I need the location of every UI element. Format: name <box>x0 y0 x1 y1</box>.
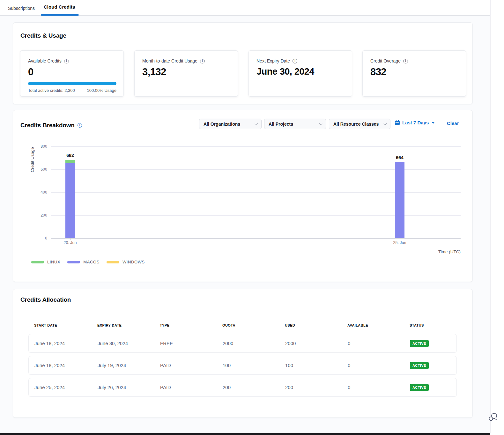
credits-breakdown-card: Credits Breakdown i All Organizations Al… <box>13 110 473 282</box>
bar-total-label: 682 <box>61 153 80 158</box>
y-axis-tick: 600 <box>34 167 47 172</box>
chart-plot: 020040060080068220. Jun66425. Jun <box>51 146 461 238</box>
info-icon[interactable]: i <box>64 59 69 63</box>
cell-used: 2000 <box>285 334 296 352</box>
legend-item-macos[interactable]: MACOS <box>67 260 100 264</box>
info-icon[interactable]: i <box>403 59 408 63</box>
cell-available: 0 <box>348 378 350 396</box>
resource-classes-filter-select[interactable]: All Resource Classes <box>329 119 390 129</box>
column-header-available: AVAILABLE <box>347 323 368 327</box>
credit-overage-value: 832 <box>370 66 458 78</box>
bar-total-label: 664 <box>390 155 409 160</box>
status-badge: ACTIVE <box>410 340 429 347</box>
cell-start: June 18, 2024 <box>34 356 65 374</box>
cell-status: ACTIVE <box>410 378 429 396</box>
info-icon[interactable]: i <box>78 123 82 128</box>
projects-filter-select[interactable]: All Projects <box>264 119 326 129</box>
column-header-start: START DATE <box>34 323 57 327</box>
cell-quota: 2000 <box>223 334 233 352</box>
legend-label: WINDOWS <box>122 260 145 264</box>
chevron-down-icon <box>384 122 387 125</box>
bar-segment-linux <box>395 162 404 162</box>
x-axis-tick-label: 20. Jun <box>57 240 84 245</box>
cell-status: ACTIVE <box>410 356 429 374</box>
cell-used: 100 <box>285 356 293 374</box>
credits-usage-card: Credits & Usage Available Credits i 0 To… <box>13 22 473 104</box>
column-header-used: USED <box>285 323 295 327</box>
clear-filters-button[interactable]: Clear <box>447 121 459 126</box>
gridline <box>51 146 461 147</box>
next-expiry-label: Next Expiry Date <box>256 58 290 63</box>
cell-quota: 200 <box>223 378 231 396</box>
tab-bar: Subscriptions Cloud Credits <box>0 0 490 16</box>
column-header-quota: QUOTA <box>222 323 235 327</box>
cell-expiry: June 30, 2024 <box>98 334 128 352</box>
organizations-filter-select[interactable]: All Organizations <box>199 119 262 129</box>
legend-swatch <box>107 261 119 263</box>
credits-allocation-card: Credits Allocation START DATEEXPIRY DATE… <box>13 289 473 418</box>
tab-cloud-credits[interactable]: Cloud Credits <box>44 4 75 10</box>
next-expiry-value: June 30, 2024 <box>256 66 344 77</box>
gridline <box>51 238 461 239</box>
usage-percent-text: 100.00% Usage <box>87 88 116 93</box>
calendar-icon <box>395 120 400 125</box>
cell-available: 0 <box>348 356 350 374</box>
legend-swatch <box>31 261 44 263</box>
bar-segment-macos <box>395 162 404 238</box>
available-credits-label: Available Credits <box>28 58 62 63</box>
table-row: June 18, 2024June 30, 2024FREE200020000A… <box>28 334 457 353</box>
status-badge: ACTIVE <box>410 362 429 369</box>
column-header-status: STATUS <box>410 323 424 327</box>
chart-x-axis-title: Time (UTC) <box>413 249 461 254</box>
cell-expiry: July 19, 2024 <box>98 356 126 374</box>
info-icon[interactable]: i <box>293 59 297 63</box>
y-axis-tick: 400 <box>34 190 47 195</box>
cell-expiry: July 26, 2024 <box>98 378 126 396</box>
chart-legend: LINUXMACOSWINDOWS <box>31 260 145 264</box>
cell-used: 200 <box>285 378 293 396</box>
y-axis-tick: 800 <box>34 144 47 149</box>
next-expiry-stat: Next Expiry Date i June 30, 2024 <box>248 50 352 97</box>
available-credits-stat: Available Credits i 0 Total active credi… <box>20 50 124 97</box>
table-row: June 25, 2024July 26, 2024PAID2002000ACT… <box>28 378 457 397</box>
credits-usage-title: Credits & Usage <box>20 32 66 39</box>
organizations-filter-value: All Organizations <box>204 122 240 127</box>
window-bottom-edge <box>0 433 490 435</box>
mtd-usage-stat: Month-to-date Credit Usage i 3,132 <box>134 50 238 97</box>
caret-down-icon <box>432 122 435 124</box>
status-badge: ACTIVE <box>410 384 429 391</box>
info-icon[interactable]: i <box>200 59 205 63</box>
cell-available: 0 <box>348 334 350 352</box>
cell-start: June 25, 2024 <box>34 378 65 396</box>
credits-allocation-title: Credits Allocation <box>20 296 71 303</box>
projects-filter-value: All Projects <box>269 122 293 127</box>
tab-subscriptions[interactable]: Subscriptions <box>8 6 35 11</box>
date-range-picker[interactable]: Last 7 Days <box>395 120 435 125</box>
chat-feedback-button[interactable] <box>488 412 498 422</box>
resource-classes-filter-value: All Resource Classes <box>333 122 379 127</box>
available-credits-value: 0 <box>28 66 116 78</box>
y-axis-tick: 200 <box>34 213 47 218</box>
mtd-usage-value: 3,132 <box>142 66 230 78</box>
column-header-expiry: EXPIRY DATE <box>97 323 122 327</box>
right-side-panel-strip <box>490 0 504 435</box>
cell-quota: 100 <box>223 356 231 374</box>
cell-start: June 18, 2024 <box>34 334 65 352</box>
legend-label: LINUX <box>47 260 60 264</box>
x-axis-tick <box>70 238 70 240</box>
bar-segment-linux <box>65 160 75 163</box>
x-axis-tick <box>400 238 400 240</box>
cell-type: PAID <box>160 378 171 396</box>
legend-item-linux[interactable]: LINUX <box>31 260 60 264</box>
cell-status: ACTIVE <box>410 334 429 352</box>
cell-type: FREE <box>160 334 173 352</box>
legend-item-windows[interactable]: WINDOWS <box>107 260 145 264</box>
stacked-bar-20-jun <box>65 160 75 238</box>
y-axis-tick: 0 <box>34 236 47 240</box>
legend-swatch <box>67 261 80 263</box>
active-tab-underline <box>41 14 79 16</box>
total-active-credits-text: Total active credits: 2,300 <box>28 88 75 93</box>
cell-type: PAID <box>160 356 171 374</box>
bar-segment-macos <box>65 163 75 238</box>
credit-overage-stat: Credit Overage i 832 <box>362 50 466 97</box>
